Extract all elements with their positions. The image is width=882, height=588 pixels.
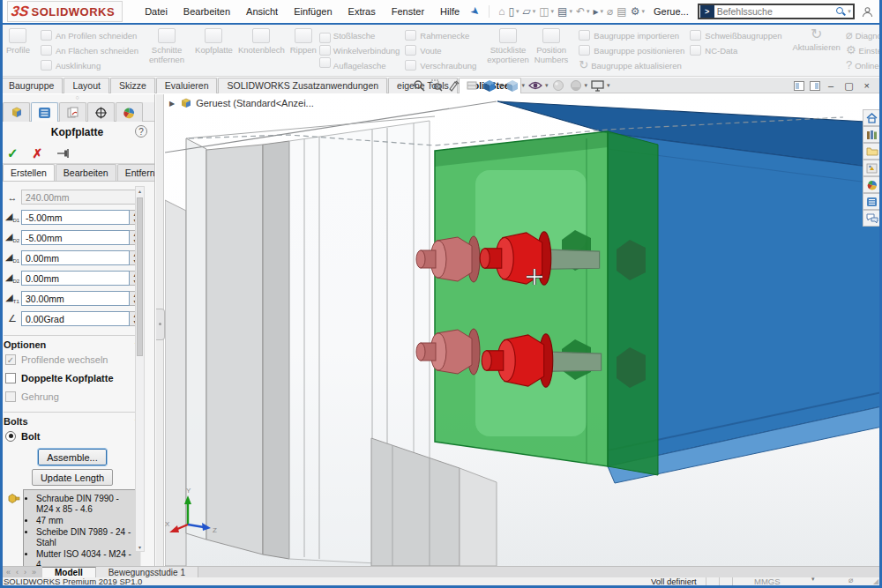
menu-ansicht[interactable]: Ansicht — [238, 4, 286, 19]
nc-data-button[interactable]: NC-Data — [690, 43, 781, 58]
custom-properties-button[interactable] — [863, 193, 881, 210]
angle-field[interactable]: 0.00Grad — [21, 311, 130, 326]
position-numbers-button[interactable]: Position Numbers — [532, 26, 572, 74]
doc-close-button[interactable]: × — [864, 80, 870, 91]
support-plate-button[interactable]: Auflagelasche — [333, 58, 400, 73]
double-end-plate-checkbox[interactable] — [5, 373, 16, 383]
offset2-d1-field[interactable]: 0.00mm — [21, 250, 130, 265]
attachment-icon[interactable]: ⌀ — [607, 5, 613, 18]
switch-profile-end-checkbox[interactable]: ✓ — [5, 354, 16, 365]
bom-export-button[interactable]: Stückliste exportieren — [484, 26, 532, 74]
refresh-button[interactable]: ↻ Aktualisieren — [790, 26, 843, 74]
options-header[interactable]: Optionen — [4, 339, 46, 350]
offset-d2-field[interactable]: -5.00mm — [21, 230, 130, 245]
forum-button[interactable] — [863, 210, 881, 227]
notch-button[interactable]: Ausklinkung — [41, 58, 138, 73]
bolt-radio[interactable] — [5, 431, 16, 442]
bolt-spec-list[interactable]: Schraube DIN 7990 - M24 x 85 - 4.6 47 mm… — [23, 489, 141, 566]
open-icon[interactable]: ▱ — [523, 5, 531, 18]
tab-baugruppe[interactable]: Baugruppe — [0, 78, 63, 93]
tab-skizze[interactable]: Skizze — [110, 78, 155, 93]
zoom-fit-icon[interactable] — [413, 79, 425, 92]
bolt-radio-row[interactable]: Bolt — [4, 427, 141, 445]
graphics-viewport[interactable]: Y X Z ▶ Geruest (Standard<Anzei... — [165, 94, 882, 566]
diagnostics-button[interactable]: ⌀Diagnosewerkzeug — [846, 28, 882, 43]
panel-flyout-handle[interactable] — [156, 309, 165, 340]
next-tab-icon[interactable]: › — [24, 568, 26, 577]
first-tab-icon[interactable]: « — [6, 568, 11, 577]
hide-show-items-icon[interactable] — [528, 80, 542, 91]
cut-profiles-button[interactable]: An Profilen schneiden — [41, 28, 138, 43]
user-account-icon[interactable] — [862, 6, 873, 18]
menu-datei[interactable]: Datei — [137, 4, 176, 19]
switch-profile-end-row[interactable]: ✓ Profilende wechseln — [4, 350, 141, 368]
view-orientation-icon[interactable] — [483, 79, 497, 93]
file-explorer-button[interactable] — [863, 143, 881, 160]
remove-cuts-button[interactable]: Schnitte entfernen — [146, 26, 187, 74]
menu-hilfe[interactable]: Hilfe — [432, 4, 467, 19]
3d-scene[interactable]: Y X Z — [165, 94, 882, 566]
mode-tab-erstellen[interactable]: Erstellen — [3, 164, 55, 181]
panel-drag-handle[interactable]: ○ — [0, 94, 154, 102]
tab-evaluieren[interactable]: Evaluieren — [156, 78, 218, 93]
feature-manager-tab[interactable] — [3, 102, 30, 122]
cut-faces-button[interactable]: An Flächen schneiden — [41, 43, 138, 58]
unit-dropdown-icon[interactable]: ▾ — [811, 576, 815, 583]
collapse-left-pane-icon[interactable] — [794, 81, 804, 91]
end-plate-geometry[interactable] — [435, 131, 658, 475]
zoom-area-icon[interactable] — [430, 79, 443, 92]
menu-bearbeiten[interactable]: Bearbeiten — [176, 4, 238, 19]
miter-row[interactable]: Gehrung — [4, 387, 141, 406]
menu-extras[interactable]: Extras — [340, 4, 384, 19]
splice-plate-button[interactable]: Stoßlasche — [333, 28, 400, 43]
last-tab-icon[interactable]: » — [32, 568, 36, 577]
keep-visible-pin-icon[interactable] — [56, 148, 71, 159]
menu-fenster[interactable]: Fenster — [384, 4, 432, 19]
scroll-down-icon[interactable]: ▾ — [136, 544, 144, 550]
section-view-icon[interactable] — [466, 79, 478, 92]
panel-help-icon[interactable]: ? — [135, 125, 147, 138]
search-dropdown-icon[interactable]: ▾ — [848, 8, 851, 15]
undo-icon[interactable]: ↶ — [576, 5, 585, 18]
apply-scene-icon[interactable] — [570, 79, 582, 92]
collapse-right-pane-icon[interactable] — [810, 81, 820, 91]
bolts-header[interactable]: Bolts — [4, 416, 28, 427]
gusset-plate-button[interactable]: Knotenblech — [235, 26, 288, 74]
select-icon[interactable]: ▸ — [594, 5, 599, 18]
angle-connection-button[interactable]: Winkelverbindung — [333, 43, 400, 58]
confirm-icon[interactable]: ✓ — [7, 145, 19, 161]
home-icon[interactable]: ⌂ — [498, 5, 505, 18]
pin-menu-icon[interactable]: ➤ — [468, 4, 483, 19]
scroll-up-icon[interactable]: ▴ — [136, 188, 144, 194]
cancel-icon[interactable]: ✗ — [33, 146, 43, 160]
resize-grip[interactable]: ◢ — [873, 577, 878, 585]
properties-icon[interactable]: ▤ — [617, 5, 626, 18]
tab-layout[interactable]: Layout — [64, 78, 109, 93]
feature-tree-flyout[interactable]: ▶ Geruest (Standard<Anzei... — [169, 98, 314, 108]
settings-button[interactable]: ⚙Einstellungen — [846, 43, 882, 58]
expand-tree-icon[interactable]: ▶ — [169, 100, 175, 108]
previous-view-icon[interactable] — [448, 79, 460, 92]
profile-button[interactable]: Profile — [4, 26, 33, 74]
assembly-position-button[interactable]: Baugruppe positionieren — [579, 43, 684, 58]
dimxpert-manager-tab[interactable] — [87, 102, 115, 122]
display-style-icon[interactable] — [506, 79, 519, 93]
end-plate-button[interactable]: Kopfplatte — [192, 26, 235, 74]
home-tab-button[interactable] — [863, 109, 881, 126]
edit-appearance-icon[interactable] — [552, 79, 564, 92]
menu-einfuegen[interactable]: Einfügen — [286, 4, 340, 19]
assembly-update-button[interactable]: ↻Baugruppe aktualisieren — [579, 58, 684, 73]
ribs-button[interactable]: Rippen — [288, 26, 319, 74]
scrollbar-thumb[interactable] — [137, 197, 143, 356]
display-manager-tab[interactable] — [116, 102, 143, 122]
search-input[interactable] — [714, 6, 835, 17]
print-icon[interactable]: ▤ — [557, 5, 567, 18]
search-icon[interactable] — [835, 6, 846, 17]
new-document-icon[interactable]: ▯ — [508, 5, 514, 18]
property-manager-tab[interactable] — [31, 102, 58, 122]
command-search[interactable]: > ▾ — [698, 4, 855, 19]
document-name-truncated[interactable]: Gerue... — [654, 6, 689, 17]
design-library-button[interactable] — [863, 126, 881, 143]
configuration-manager-tab[interactable] — [59, 102, 86, 122]
save-icon[interactable]: ◫ — [539, 5, 549, 18]
